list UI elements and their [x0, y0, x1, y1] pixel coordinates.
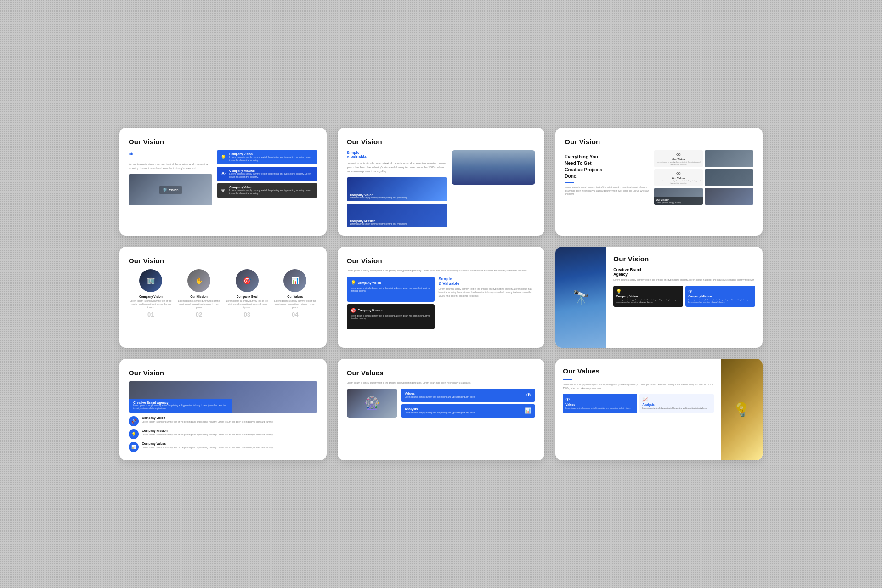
vision-num: 01 [147, 311, 154, 318]
card-5-mission-icon: 🎯 [351, 308, 356, 313]
slide-1-row-value: 👁 Company Value Lorem ipsum is simply du… [217, 183, 317, 198]
slide-3-grid: 👁 Our Vision Lorem ipsum is simply dummy… [654, 150, 753, 205]
slide-9-cards: 👁 Values Lorem ipsum is simply dummy tex… [563, 394, 714, 413]
blue-divider [565, 182, 574, 183]
slide-5-title: Our Vision [347, 257, 536, 265]
slide-2-body: Lorem ipsum is simply dummy text of the … [347, 161, 447, 174]
cell-values-icon: 👁 Our Values Lorem ipsum is simply dummy… [654, 169, 703, 186]
card-vision-label: Company Vision [350, 193, 408, 197]
slide-6-img: 🔭 [555, 247, 606, 348]
card-6-vision: 💡 Company Vision Lorem ipsum is simply d… [613, 286, 683, 307]
simple-valuable-label: Simple & Valuable [347, 150, 447, 159]
card-9-analysis-desc: Lorem ipsum is simply dummy text of the … [642, 407, 711, 410]
item-7-values-label: Company Values [142, 442, 273, 445]
cell-city: Our Mission Lorem ipsum is simply dummy. [654, 188, 703, 205]
our-values-desc: Lorem ipsum is simply dummy text of the … [656, 180, 701, 184]
slide-5-right-text: Lorem ipsum is simply dummy text of the … [438, 288, 535, 298]
our-mission-overlay: Our Mission Lorem ipsum is simply dummy. [654, 197, 703, 205]
card-5-mission-label: Company Mission [358, 309, 384, 312]
slide-8-subtitle: Lorem ipsum is simply dummy text of the … [347, 381, 536, 385]
slide-3-title: Our Vision [565, 138, 753, 146]
item-company-goal: 🎯 Company Goal Lorem ipsum is simply dum… [225, 269, 269, 318]
card-5-vision: 💡 Company Vision Lorem ipsum is simply d… [347, 277, 435, 302]
item-7-mission-text: Company Mission Lorem ipsum is simply du… [142, 429, 273, 437]
item-7-mission-label: Company Mission [142, 429, 273, 432]
card-5-vision-header: 💡 Company Vision [351, 280, 431, 285]
item-7-vision-label: Company Vision [142, 416, 273, 419]
slide-2-title: Our Vision [347, 138, 536, 146]
quote-icon: ❝ [129, 150, 212, 160]
slide-5-right: Simple & Valuable Lorem ipsum is simply … [438, 277, 535, 329]
slide-9-left: Our Values Lorem ipsum is simply dummy t… [555, 359, 721, 460]
card-vision: Company Vision Lorem ipsum is simply dum… [347, 177, 447, 201]
slide-1-rows: 💡 Company Vision Lorem ipsum is simply d… [217, 150, 317, 205]
slide-2-left: Simple & Valuable Lorem ipsum is simply … [347, 150, 447, 227]
card-9-analysis-label: Analysis [642, 403, 711, 406]
card-6-vision-label: Company Vision [616, 295, 680, 298]
card-8-analysis-text: Analysis Lorem ipsum is simply dummy tex… [405, 407, 523, 414]
mission-num: 02 [196, 311, 202, 318]
card-mission-label: Company Mission [350, 220, 408, 223]
cell-building-2 [705, 169, 753, 186]
card-6-vision-icon: 💡 [616, 289, 680, 294]
slide-1-row-vision: 💡 Company Vision Lorem ipsum is simply d… [217, 150, 317, 164]
card-5-vision-label: Company Vision [358, 281, 381, 284]
slides-grid: Our Vision ❝ Lorem ipsum is simply dummy… [119, 128, 763, 460]
card-9-analysis: 📈 Analysis Lorem ipsum is simply dummy t… [639, 394, 714, 413]
slide-7-overlay: Creative Brand Agency Lorem ipsum is sim… [129, 399, 232, 413]
card-5-mission-desc: Lorem ipsum is simply dummy text of the … [351, 315, 431, 321]
card-8-values-label: Values [405, 392, 524, 395]
item-company-vision: 🏢 Company Vision Lorem ipsum is simply d… [129, 269, 173, 318]
circle-mission: ✋ [187, 269, 210, 292]
our-vision-desc: Lorem ipsum is simply dummy text of the … [656, 161, 701, 165]
slide-7-items: 🚀 Company Vision Lorem ipsum is simply d… [129, 416, 317, 452]
card-9-values-label: Values [565, 403, 634, 406]
slide-3-content: Everything You Need To Get Creative Proj… [565, 150, 753, 205]
card-9-values-desc: Lorem ipsum is simply dummy text of the … [565, 407, 634, 410]
slide-4-items: 🏢 Company Vision Lorem ipsum is simply d… [129, 269, 317, 318]
slide-5: Our Vision Lorem ipsum is simply dummy t… [338, 247, 545, 348]
agency-title: Creative Brand Agency [613, 267, 755, 277]
slide-5-cards: 💡 Company Vision Lorem ipsum is simply d… [347, 277, 435, 329]
vision-icon: 💡 [220, 155, 226, 160]
mission-icon: 👁 [220, 171, 226, 176]
card-8-values-text: Values Lorem ipsum is simply dummy text … [405, 392, 524, 399]
card-8-analysis: Analysis Lorem ipsum is simply dummy tex… [401, 404, 536, 418]
card-6-mission-desc: Lorem ipsum is simply dummy text of the … [688, 299, 752, 304]
circle-vision: 🏢 [139, 269, 162, 292]
goal-desc: Lorem ipsum is simply dummy text of the … [225, 300, 269, 309]
slide-5-body: Lorem ipsum is simply dummy text of the … [347, 269, 536, 273]
slide-7-title: Our Vision [129, 369, 317, 377]
slide-3: Our Vision Everything You Need To Get Cr… [555, 128, 763, 236]
card-5-vision-icon: 💡 [351, 280, 356, 285]
img-overlay [721, 359, 763, 460]
slide-6-cards: 💡 Company Vision Lorem ipsum is simply d… [613, 286, 755, 307]
card-8-analysis-desc: Lorem ipsum is simply dummy text the pri… [405, 412, 523, 414]
slide-8-values: Values Lorem ipsum is simply dummy text … [401, 389, 536, 418]
mission-text: Company Mission Lorem ipsum is simply du… [229, 169, 314, 179]
icon-7-vision: 🚀 [129, 416, 139, 426]
value-text: Company Value Lorem ipsum is simply dumm… [229, 186, 314, 195]
vision-label: Vision [169, 188, 179, 192]
card-9-analysis-icon: 📈 [642, 397, 711, 402]
slide-3-left: Everything You Need To Get Creative Proj… [565, 150, 650, 205]
vision-title: Company Vision [139, 295, 163, 298]
slide-1-left: ❝ Lorem ipsum is simply dummy text of th… [129, 150, 212, 205]
slide-4-title: Our Vision [129, 257, 317, 265]
slide-7: Our Vision Creative Brand Agency Lorem i… [119, 359, 327, 460]
item-7-vision-text: Company Vision Lorem ipsum is simply dum… [142, 416, 273, 424]
slide-1-title: Our Vision [129, 138, 317, 146]
slide-2-cards: Company Vision Lorem ipsum is simply dum… [347, 177, 447, 227]
card-mission-content: Company Mission Lorem ipsum is simply du… [350, 220, 408, 225]
card-vision-content: Company Vision Lorem ipsum is simply dum… [350, 193, 408, 199]
item-7-mission: 💡 Company Mission Lorem ipsum is simply … [129, 429, 317, 439]
slide-6-right: Our Vision Creative Brand Agency Lorem i… [606, 247, 763, 348]
goal-num: 03 [243, 311, 250, 318]
slide-2: Our Vision Simple & Valuable Lorem ipsum… [338, 128, 545, 236]
slide-1-content: ❝ Lorem ipsum is simply dummy text of th… [129, 150, 317, 205]
slide-9-title: Our Values [563, 367, 714, 375]
card-6-mission: 👁 Company Mission Lorem ipsum is simply … [685, 286, 755, 307]
item-7-values: 📊 Company Values Lorem ipsum is simply d… [129, 442, 317, 452]
slide-6-body: Lorem ipsum is simply dummy text of the … [613, 278, 755, 282]
slide-8: Our Values Lorem ipsum is simply dummy t… [338, 359, 545, 460]
